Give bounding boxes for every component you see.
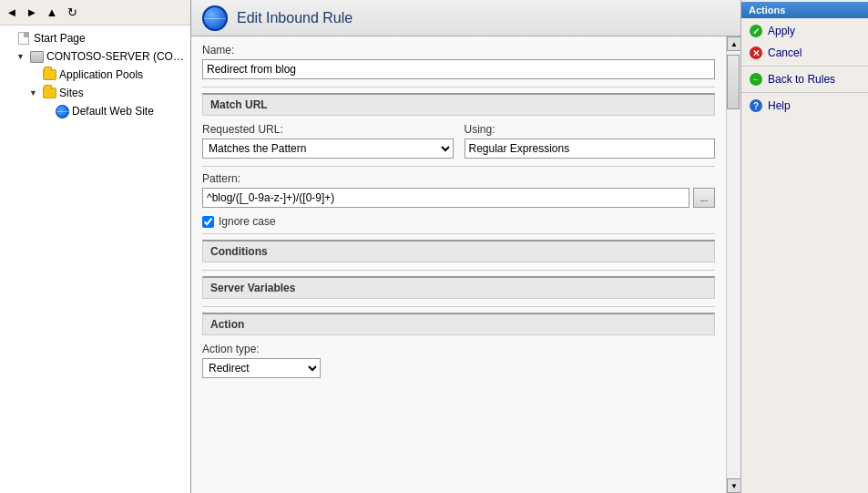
- requested-url-row: Requested URL: Matches the PatternDoes N…: [202, 123, 715, 159]
- divider: [202, 306, 715, 307]
- refresh-icon[interactable]: ↻: [64, 5, 80, 21]
- cancel-label: Cancel: [768, 46, 802, 59]
- divider: [202, 270, 715, 271]
- forward-icon[interactable]: ►: [24, 5, 40, 21]
- sidebar-item-label: Start Page: [34, 32, 86, 45]
- using-label: Using:: [465, 123, 716, 136]
- apply-icon: ✓: [749, 24, 763, 38]
- requested-url-select[interactable]: Matches the PatternDoes Not Match the Pa…: [202, 139, 454, 159]
- sidebar-tree: Start Page ▼ CONTOSO-SERVER (CONTOS Appl…: [0, 26, 190, 493]
- divider: [202, 233, 715, 234]
- pattern-group: Pattern: ...: [202, 172, 715, 208]
- globe-icon: [55, 104, 69, 118]
- pattern-input[interactable]: [202, 188, 689, 208]
- folder-icon: [42, 86, 56, 100]
- server-icon: [29, 49, 44, 64]
- sidebar-item-label: Application Pools: [59, 68, 143, 81]
- action-type-select[interactable]: RedirectRewriteCustomResponseAbortReques…: [202, 358, 321, 378]
- conditions-section: Conditions: [202, 240, 715, 262]
- scrollbar-thumb[interactable]: [727, 55, 740, 109]
- sidebar-item-label: Sites: [59, 87, 84, 99]
- back-icon[interactable]: ◄: [4, 5, 20, 21]
- pattern-label: Pattern:: [202, 172, 715, 185]
- right-divider: [741, 66, 868, 67]
- scrollbar-track[interactable]: [727, 51, 740, 478]
- match-url-section: Match URL: [202, 93, 715, 116]
- pattern-row: ...: [202, 188, 715, 208]
- expand-arrow: ▼: [29, 88, 42, 98]
- requested-url-label: Requested URL:: [202, 123, 454, 136]
- using-group: Using:: [465, 123, 716, 159]
- help-label: Help: [768, 99, 791, 112]
- action-section: Action: [202, 313, 715, 335]
- actions-section: Actions ✓ Apply ✕ Cancel ← Back to Rules: [741, 0, 868, 118]
- using-input[interactable]: [465, 139, 716, 159]
- main-content: Edit Inbound Rule Name: Match URL Reques…: [191, 0, 740, 493]
- ignore-case-label: Ignore case: [219, 215, 276, 228]
- name-field-group: Name:: [202, 44, 715, 79]
- start-page-icon: [16, 31, 31, 46]
- apply-button[interactable]: ✓ Apply: [741, 20, 868, 42]
- sidebar-item-sites[interactable]: ▼ Sites: [0, 84, 190, 102]
- help-button[interactable]: ? Help: [741, 95, 868, 117]
- ignore-case-row: Ignore case: [202, 215, 715, 228]
- actions-title: Actions: [741, 2, 868, 18]
- help-icon: ?: [749, 98, 763, 113]
- name-label: Name:: [202, 44, 715, 56]
- folder-icon: [42, 67, 56, 82]
- sidebar-item-default-web-site[interactable]: Default Web Site: [0, 102, 190, 120]
- apply-label: Apply: [768, 25, 795, 37]
- up-icon[interactable]: ▲: [44, 5, 60, 21]
- action-type-group: Action type: RedirectRewriteCustomRespon…: [202, 343, 715, 378]
- main-header: Edit Inbound Rule: [191, 0, 740, 36]
- sidebar-item-start-page[interactable]: Start Page: [0, 29, 190, 47]
- right-divider-2: [741, 92, 868, 93]
- expand-arrow: ▼: [16, 52, 29, 61]
- sidebar-item-server[interactable]: ▼ CONTOSO-SERVER (CONTOS: [0, 47, 190, 66]
- sidebar-item-application-pools[interactable]: Application Pools: [0, 66, 190, 84]
- action-type-label: Action type:: [202, 343, 715, 355]
- pattern-test-button[interactable]: ...: [693, 188, 715, 208]
- back-to-rules-button[interactable]: ← Back to Rules: [741, 68, 868, 90]
- main-body: Name: Match URL Requested URL: Matches t…: [191, 36, 740, 493]
- back-icon: ←: [749, 72, 763, 87]
- right-panel: Actions ✓ Apply ✕ Cancel ← Back to Rules: [740, 0, 868, 493]
- sidebar-item-label: CONTOSO-SERVER (CONTOS: [46, 50, 187, 63]
- back-to-label: Back to Rules: [768, 73, 835, 86]
- main-scrollbar: ▲ ▼: [726, 36, 740, 493]
- sidebar-toolbar: ◄ ► ▲ ↻: [0, 0, 190, 26]
- sidebar-item-label: Default Web Site: [72, 105, 154, 118]
- page-title: Edit Inbound Rule: [237, 10, 352, 26]
- name-input[interactable]: [202, 59, 715, 79]
- divider: [202, 87, 715, 87]
- cancel-icon: ✕: [749, 46, 763, 60]
- name-input-row: [202, 59, 715, 79]
- form-area: Name: Match URL Requested URL: Matches t…: [191, 36, 726, 493]
- divider: [202, 166, 715, 167]
- ignore-case-checkbox[interactable]: [202, 216, 214, 228]
- server-variables-section: Server Variables: [202, 276, 715, 299]
- scroll-down-button[interactable]: ▼: [727, 478, 740, 493]
- cancel-button[interactable]: ✕ Cancel: [741, 42, 868, 64]
- requested-url-group: Requested URL: Matches the PatternDoes N…: [202, 123, 454, 159]
- rule-header-icon: [202, 5, 228, 31]
- sidebar: ◄ ► ▲ ↻ Start Page ▼ CONTOSO-SERVER (CON…: [0, 0, 191, 493]
- scroll-up-button[interactable]: ▲: [727, 36, 740, 51]
